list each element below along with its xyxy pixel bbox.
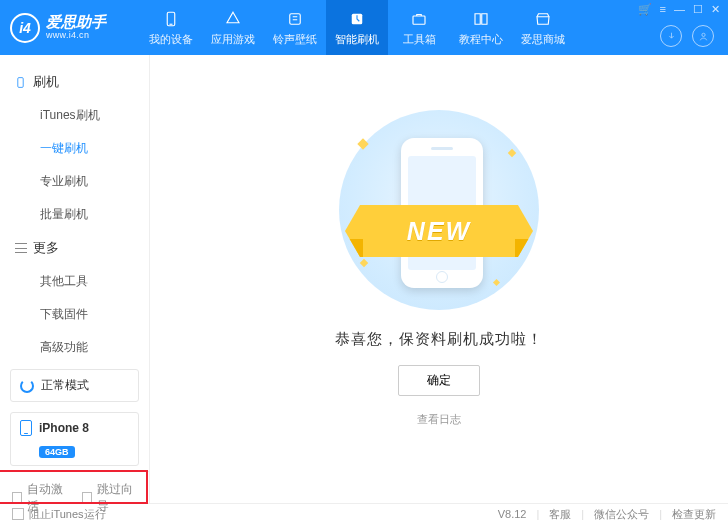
nav-my-device[interactable]: 我的设备 bbox=[140, 0, 202, 55]
check-label: 跳过向导 bbox=[97, 481, 137, 515]
store-icon bbox=[533, 9, 553, 29]
checkbox-icon bbox=[12, 492, 22, 504]
check-label: 自动激活 bbox=[27, 481, 67, 515]
svg-point-5 bbox=[701, 33, 704, 36]
sidebar-group-label: 刷机 bbox=[33, 73, 59, 91]
device-box[interactable]: iPhone 8 64GB bbox=[10, 412, 139, 466]
header-actions bbox=[660, 25, 714, 47]
user-icon[interactable] bbox=[692, 25, 714, 47]
checkbox-icon bbox=[82, 492, 92, 504]
support-link[interactable]: 客服 bbox=[549, 507, 571, 522]
nav-label: 智能刷机 bbox=[335, 32, 379, 47]
status-mode-label: 正常模式 bbox=[41, 377, 89, 394]
sidebar-group-more: 更多 bbox=[0, 231, 149, 265]
logo-area: i4 爱思助手 www.i4.cn bbox=[10, 13, 140, 43]
check-auto-activate[interactable]: 自动激活 bbox=[12, 481, 68, 515]
sidebar: 刷机 iTunes刷机 一键刷机 专业刷机 批量刷机 更多 其他工具 下载固件 … bbox=[0, 55, 150, 503]
nav-label: 爱思商城 bbox=[521, 32, 565, 47]
nav-label: 工具箱 bbox=[403, 32, 436, 47]
nav-label: 我的设备 bbox=[149, 32, 193, 47]
close-button[interactable]: ✕ bbox=[711, 3, 720, 16]
svg-rect-2 bbox=[290, 13, 301, 24]
svg-rect-6 bbox=[18, 77, 23, 87]
bottom-checks: 自动激活 跳过向导 bbox=[0, 471, 149, 524]
toolbox-icon bbox=[409, 9, 429, 29]
flash-icon bbox=[347, 9, 367, 29]
cart-icon[interactable]: 🛒 bbox=[638, 3, 652, 16]
ringtone-icon bbox=[285, 9, 305, 29]
app-name: 爱思助手 bbox=[46, 14, 106, 31]
nav-store[interactable]: 爱思商城 bbox=[512, 0, 574, 55]
titlebar: 🛒 ≡ — ☐ ✕ i4 爱思助手 www.i4.cn 我的设备 应用游戏 铃声… bbox=[0, 0, 728, 55]
nav-label: 教程中心 bbox=[459, 32, 503, 47]
main: 刷机 iTunes刷机 一键刷机 专业刷机 批量刷机 更多 其他工具 下载固件 … bbox=[0, 55, 728, 503]
success-message: 恭喜您，保资料刷机成功啦！ bbox=[335, 330, 543, 349]
sidebar-item-download-fw[interactable]: 下载固件 bbox=[0, 298, 149, 331]
sidebar-item-itunes-flash[interactable]: iTunes刷机 bbox=[0, 99, 149, 132]
version-label: V8.12 bbox=[498, 508, 527, 520]
phone-icon bbox=[161, 9, 181, 29]
nav-flash[interactable]: 智能刷机 bbox=[326, 0, 388, 55]
hamburger-icon bbox=[14, 242, 27, 255]
sidebar-item-advanced[interactable]: 高级功能 bbox=[0, 331, 149, 364]
spinner-icon bbox=[20, 379, 34, 393]
download-icon[interactable] bbox=[660, 25, 682, 47]
sidebar-item-batch-flash[interactable]: 批量刷机 bbox=[0, 198, 149, 231]
update-link[interactable]: 检查更新 bbox=[672, 507, 716, 522]
check-skip-guide[interactable]: 跳过向导 bbox=[82, 481, 138, 515]
nav-toolbox[interactable]: 工具箱 bbox=[388, 0, 450, 55]
minimize-button[interactable]: — bbox=[674, 3, 685, 16]
sidebar-group-label: 更多 bbox=[33, 239, 59, 257]
sidebar-item-other-tools[interactable]: 其他工具 bbox=[0, 265, 149, 298]
device-icon bbox=[20, 420, 32, 436]
new-ribbon: NEW bbox=[345, 205, 533, 257]
app-url: www.i4.cn bbox=[46, 31, 106, 41]
phone-outline-icon bbox=[14, 76, 27, 89]
view-log-link[interactable]: 查看日志 bbox=[417, 412, 461, 427]
nav-label: 铃声壁纸 bbox=[273, 32, 317, 47]
book-icon bbox=[471, 9, 491, 29]
status-mode-box[interactable]: 正常模式 bbox=[10, 369, 139, 402]
success-illustration: NEW bbox=[339, 110, 539, 310]
nav-label: 应用游戏 bbox=[211, 32, 255, 47]
nav-ringtones[interactable]: 铃声壁纸 bbox=[264, 0, 326, 55]
nav-apps[interactable]: 应用游戏 bbox=[202, 0, 264, 55]
settings-icon[interactable]: ≡ bbox=[660, 3, 666, 16]
window-controls: 🛒 ≡ — ☐ ✕ bbox=[638, 3, 720, 16]
apps-icon bbox=[223, 9, 243, 29]
sidebar-item-pro-flash[interactable]: 专业刷机 bbox=[0, 165, 149, 198]
ok-button[interactable]: 确定 bbox=[398, 365, 480, 396]
svg-rect-4 bbox=[413, 16, 425, 24]
device-name: iPhone 8 bbox=[39, 421, 89, 435]
wechat-link[interactable]: 微信公众号 bbox=[594, 507, 649, 522]
sidebar-item-oneclick-flash[interactable]: 一键刷机 bbox=[0, 132, 149, 165]
content-area: NEW 恭喜您，保资料刷机成功啦！ 确定 查看日志 bbox=[150, 55, 728, 503]
logo-icon: i4 bbox=[10, 13, 40, 43]
sidebar-group-flash: 刷机 bbox=[0, 65, 149, 99]
storage-badge: 64GB bbox=[39, 446, 75, 458]
top-nav: 我的设备 应用游戏 铃声壁纸 智能刷机 工具箱 教程中心 爱思商城 bbox=[140, 0, 574, 55]
maximize-button[interactable]: ☐ bbox=[693, 3, 703, 16]
nav-tutorials[interactable]: 教程中心 bbox=[450, 0, 512, 55]
